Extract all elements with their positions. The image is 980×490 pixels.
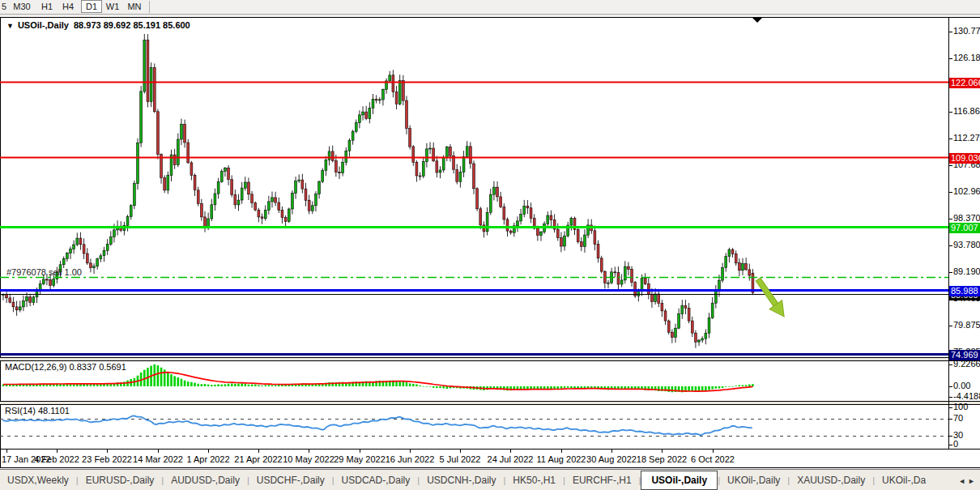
timeframe-button-d1[interactable]: D1 (81, 0, 102, 13)
sell-signal-arrow-icon (752, 275, 790, 322)
rsi-axis-tick-100: 100 (953, 402, 968, 412)
price-axis-tick-93-780: 93.780 (953, 240, 980, 250)
date-label-24-jul-2022: 24 Jul 2022 (488, 454, 534, 464)
tab-usdcnh-daily[interactable]: USDCNH-,Daily (420, 470, 503, 490)
date-label-16-jun-2022: 16 Jun 2022 (386, 454, 435, 464)
open-position-label: #7976078 sell 1.00 (6, 267, 82, 277)
price-axis-tick-116-865: 116.865 (953, 106, 980, 117)
date-label-30-aug-2022: 30 Aug 2022 (586, 454, 637, 464)
symbol-dropdown-icon[interactable]: ▼ (6, 22, 14, 30)
tab-usoil-daily[interactable]: USOil-,Daily (641, 471, 718, 490)
price-line-label-109-036: 109.036 (949, 153, 980, 164)
date-label-5-jul-2022: 5 Jul 2022 (440, 454, 481, 464)
tab-eurchf-h1[interactable]: EURCHF-,H1 (565, 470, 639, 490)
price-line-label-122-066: 122.066 (949, 78, 980, 88)
price-axis-tick-89-190: 89.190 (953, 266, 980, 277)
tab-scroll-left-icon[interactable]: ◄ (958, 477, 968, 485)
chart-canvas (0, 0, 980, 490)
date-label-6-oct-2022: 6 Oct 2022 (691, 454, 735, 464)
price-axis-tick-102-960: 102.960 (953, 186, 980, 197)
symbol-tab-bar: USDX,Weekly|EURUSD-,Daily|AUDUSD-,Daily|… (0, 469, 980, 490)
tab-usdchf-daily[interactable]: USDCHF-,Daily (249, 470, 332, 490)
timeframe-button-mn[interactable]: MN (125, 1, 144, 12)
date-label-23-feb-2022: 23 Feb 2022 (82, 454, 132, 464)
date-label-18-sep-2022: 18 Sep 2022 (637, 454, 687, 464)
date-label-29-may-2022: 29 May 2022 (334, 454, 386, 464)
date-label-11-aug-2022: 11 Aug 2022 (537, 454, 586, 464)
tab-ukoil-daily[interactable]: UKOil-,Daily (720, 470, 787, 490)
tab-usdx-weekly[interactable]: USDX,Weekly (0, 470, 76, 490)
price-axis-tick-130-770: 130.770 (953, 26, 980, 36)
timeframe-button-5[interactable]: 5 (0, 1, 8, 12)
timeframe-button-h4[interactable]: H4 (60, 1, 76, 12)
tab-audusd-daily[interactable]: AUDUSD-,Daily (164, 470, 247, 490)
tab-scroll-controls: ◄► (958, 477, 978, 485)
price-axis-tick-112-275: 112.275 (953, 133, 980, 143)
rsi-indicator-label: RSI(14) 48.1101 (5, 406, 70, 415)
timeframe-button-h1[interactable]: H1 (39, 1, 55, 12)
timeframe-button-m30[interactable]: M30 (11, 1, 32, 12)
macd-axis-tick-0-00: 0.00 (953, 381, 970, 391)
price-axis-tick-79-875: 79.875 (953, 320, 980, 330)
timeframe-toolbar: 5M30H1H4D1W1MN (0, 0, 980, 15)
toolbar-gap (0, 15, 980, 17)
rsi-axis-tick-0: 0 (953, 439, 958, 450)
date-label-4-feb-2022: 4 Feb 2022 (34, 454, 79, 464)
macd-axis-tick-4-4188: -4.4188 (953, 391, 980, 402)
price-line-label-97-007: 97.007 (949, 223, 980, 233)
tab-usdcad-daily[interactable]: USDCAD-,Daily (334, 470, 418, 490)
macd-indicator-label: MACD(12,26,9) 0.8337 0.5691 (5, 362, 126, 372)
tab-xauusd-daily[interactable]: XAUUSD-,Daily (790, 470, 872, 490)
chart-title: ▼USOil-,Daily 88.973 89.692 85.191 85.60… (6, 20, 190, 30)
tab-eurusd-daily[interactable]: EURUSD-,Daily (79, 470, 162, 490)
date-label-1-apr-2022: 1 Apr 2022 (186, 454, 229, 464)
price-axis-tick-126-180: 126.180 (953, 53, 980, 63)
chart-title-text: USOil-,Daily 88.973 89.692 85.191 85.600 (18, 20, 190, 30)
date-label-21-apr-2022: 21 Apr 2022 (234, 454, 282, 464)
date-label-10-may-2022: 10 May 2022 (283, 454, 334, 464)
toolbar-separator (149, 1, 150, 13)
tab-hk50-h1[interactable]: HK50-,H1 (505, 470, 563, 490)
date-label-14-mar-2022: 14 Mar 2022 (133, 454, 183, 464)
price-line-label-85-988: 85.988 (949, 286, 980, 296)
macd-axis-tick-9-2266: 9.2266 (953, 359, 980, 369)
tab-scroll-right-icon[interactable]: ► (968, 477, 978, 485)
tab-ukoil-da[interactable]: UKOil-,Da (875, 470, 933, 490)
timeframe-button-w1[interactable]: W1 (104, 1, 121, 12)
rsi-axis-tick-70: 70 (953, 413, 963, 424)
price-line-label-74-969: 74.969 (949, 350, 980, 360)
